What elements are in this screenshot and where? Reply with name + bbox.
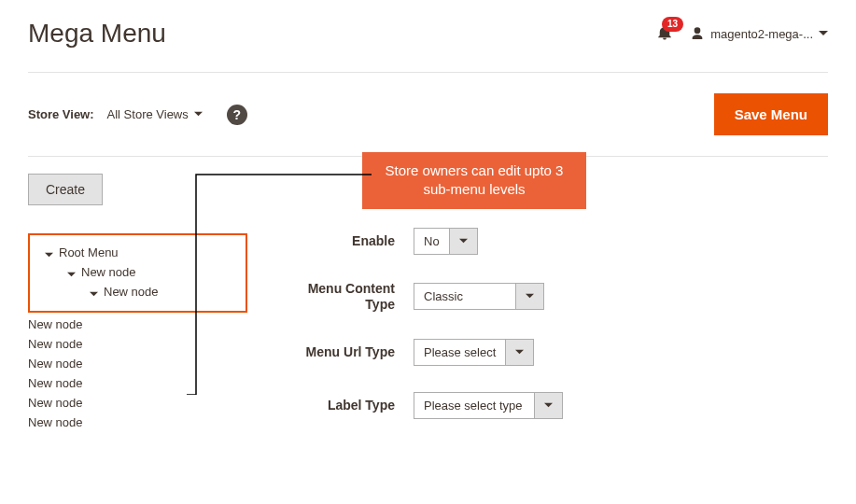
- content-type-row: Menu Content Type Classic: [275, 281, 828, 313]
- tree-node-label: New node: [28, 357, 83, 371]
- user-icon: [690, 26, 705, 41]
- tree-toggle-icon[interactable]: [67, 268, 76, 276]
- label-type-value: Please select type: [414, 393, 534, 418]
- page-title: Mega Menu: [28, 19, 166, 49]
- tree-node-label: New node: [81, 265, 136, 279]
- chevron-down-icon: [194, 110, 203, 119]
- store-view-label: Store View:: [28, 107, 94, 121]
- chevron-down-icon: [534, 393, 562, 418]
- tree-node[interactable]: New node: [28, 315, 247, 334]
- label-type-label: Label Type: [275, 398, 414, 413]
- enable-value: No: [414, 229, 449, 254]
- menu-form: Enable No Menu Content Type Classic Menu…: [257, 174, 828, 445]
- chevron-down-icon: [505, 340, 533, 365]
- label-type-select[interactable]: Please select type: [414, 392, 563, 419]
- chevron-down-icon: [819, 27, 828, 41]
- url-type-select[interactable]: Please select: [414, 339, 534, 366]
- tree-node-label: New node: [104, 285, 159, 299]
- tree-node-label: New node: [28, 337, 83, 351]
- tree-node[interactable]: New node: [28, 354, 247, 373]
- tree-node[interactable]: New node: [28, 334, 247, 354]
- store-view-value: All Store Views: [107, 107, 189, 121]
- tree-toggle-icon[interactable]: [90, 287, 98, 296]
- store-view-switcher: Store View: All Store Views ?: [28, 105, 247, 125]
- toolbar: Store View: All Store Views ? Save Menu: [28, 73, 828, 157]
- enable-label: Enable: [275, 233, 414, 249]
- chevron-down-icon: [515, 284, 543, 309]
- label-type-row: Label Type Please select type: [275, 392, 828, 419]
- tree-node-label: New node: [28, 376, 83, 390]
- tree-node[interactable]: New node: [28, 373, 247, 393]
- url-type-label: Menu Url Type: [275, 344, 414, 360]
- menu-tree-highlighted: Root Menu New node New node: [28, 233, 247, 313]
- notifications-bell[interactable]: 13: [656, 24, 673, 44]
- url-type-row: Menu Url Type Please select: [275, 339, 828, 366]
- sidebar: Create Root Menu New node New node: [28, 174, 257, 445]
- create-button[interactable]: Create: [28, 174, 103, 205]
- save-menu-button[interactable]: Save Menu: [714, 93, 828, 135]
- tree-node[interactable]: New node: [28, 413, 247, 432]
- menu-tree: Root Menu New node New node New node New…: [28, 233, 247, 432]
- tree-node-label: Root Menu: [59, 245, 119, 259]
- tree-level2-node[interactable]: New node: [35, 262, 240, 282]
- header-actions: 13 magento2-mega-...: [656, 24, 828, 44]
- notifications-count: 13: [662, 17, 683, 32]
- tree-root-node[interactable]: Root Menu: [35, 243, 240, 262]
- info-callout: Store owners can edit upto 3 sub-menu le…: [362, 152, 586, 209]
- user-menu[interactable]: magento2-mega-...: [690, 26, 828, 41]
- page-header: Mega Menu 13 magento2-mega-...: [28, 0, 828, 73]
- user-name: magento2-mega-...: [710, 27, 813, 41]
- store-view-select[interactable]: All Store Views: [107, 107, 203, 121]
- url-type-value: Please select: [414, 340, 505, 365]
- content-area: Store owners can edit upto 3 sub-menu le…: [28, 157, 828, 445]
- chevron-down-icon: [449, 229, 477, 254]
- help-icon[interactable]: ?: [227, 105, 247, 125]
- tree-toggle-icon[interactable]: [45, 248, 53, 257]
- tree-node-label: New node: [28, 396, 83, 410]
- tree-loose-nodes: New node New node New node New node New …: [28, 315, 247, 432]
- tree-node-label: New node: [28, 317, 83, 331]
- tree-node[interactable]: New node: [28, 393, 247, 413]
- content-type-label: Menu Content Type: [275, 281, 414, 313]
- enable-select[interactable]: No: [414, 228, 478, 255]
- enable-row: Enable No: [275, 228, 828, 255]
- tree-node-label: New node: [28, 415, 83, 429]
- tree-level3-node[interactable]: New node: [35, 282, 240, 301]
- content-type-select[interactable]: Classic: [414, 283, 544, 310]
- content-type-value: Classic: [414, 284, 515, 309]
